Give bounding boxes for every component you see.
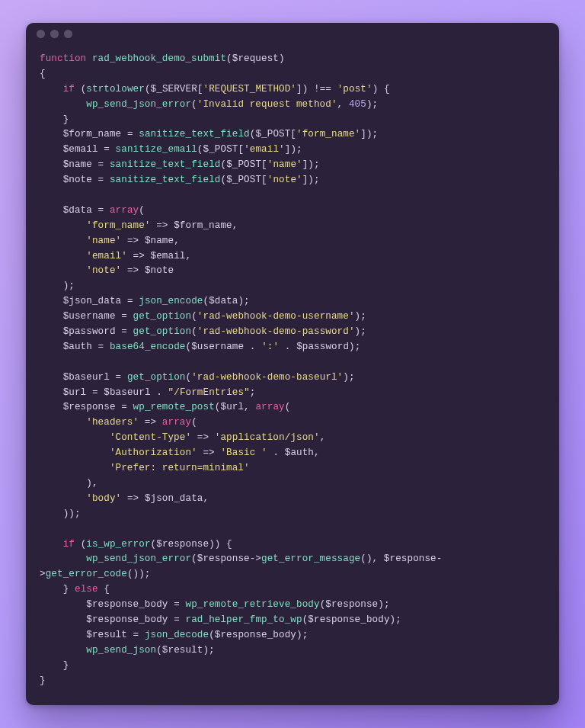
gradient-background: function rad_webhook_demo_submit($reques… xyxy=(0,0,585,728)
keyword-function: function xyxy=(40,53,86,64)
code-window: function rad_webhook_demo_submit($reques… xyxy=(26,23,559,705)
code-block: function rad_webhook_demo_submit($reques… xyxy=(40,52,545,688)
window-titlebar xyxy=(26,23,559,44)
param-request: $request xyxy=(232,53,279,64)
traffic-light-zoom-icon xyxy=(64,30,72,38)
function-name: rad_webhook_demo_submit xyxy=(92,53,226,64)
code-area: function rad_webhook_demo_submit($reques… xyxy=(26,44,559,705)
traffic-light-close-icon xyxy=(37,30,45,38)
traffic-light-minimize-icon xyxy=(50,30,59,38)
